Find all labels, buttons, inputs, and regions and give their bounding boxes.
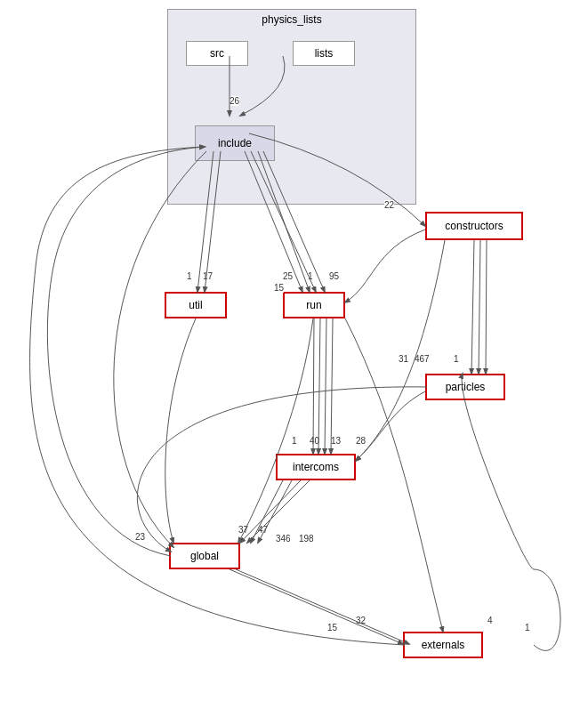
label-15b: 15 (327, 623, 337, 633)
svg-line-19 (236, 569, 409, 644)
label-40: 40 (310, 436, 319, 446)
label-467: 467 (415, 354, 430, 364)
label-1d: 1 (292, 436, 297, 446)
svg-line-16 (240, 480, 301, 543)
physics-lists-group: physics_lists src lists include (167, 9, 416, 205)
src-node[interactable]: src (186, 41, 248, 66)
intercoms-node[interactable]: intercoms (276, 454, 356, 480)
svg-line-11 (318, 318, 320, 454)
label-37: 37 (238, 525, 248, 535)
label-198: 198 (299, 534, 314, 544)
label-22: 22 (384, 200, 394, 210)
label-1c: 1 (454, 354, 459, 364)
util-node[interactable]: util (165, 292, 227, 318)
label-32: 32 (356, 616, 366, 625)
label-95: 95 (329, 271, 339, 281)
label-47: 47 (258, 525, 268, 535)
constructors-node[interactable]: constructors (425, 212, 523, 240)
global-node[interactable]: global (169, 543, 240, 569)
label-1b: 1 (308, 271, 313, 281)
run-node[interactable]: run (283, 292, 345, 318)
label-31: 31 (399, 354, 408, 364)
label-15: 15 (274, 283, 284, 293)
svg-line-10 (313, 318, 314, 454)
label-26: 26 (230, 96, 239, 106)
svg-line-12 (325, 318, 326, 454)
label-13: 13 (331, 436, 341, 446)
svg-line-9 (486, 240, 487, 374)
include-node[interactable]: include (195, 125, 275, 161)
svg-line-18 (230, 569, 403, 644)
svg-line-13 (331, 318, 333, 454)
particles-node[interactable]: particles (425, 374, 505, 400)
label-4: 4 (487, 616, 493, 625)
label-1e: 1 (525, 623, 530, 633)
label-1a: 1 (187, 271, 192, 281)
svg-line-7 (471, 240, 474, 374)
physics-lists-title: physics_lists (168, 10, 415, 29)
label-28: 28 (356, 436, 366, 446)
externals-node[interactable]: externals (403, 632, 483, 658)
lists-node[interactable]: lists (293, 41, 355, 66)
label-17: 17 (203, 271, 213, 281)
label-23: 23 (135, 532, 145, 542)
label-25: 25 (283, 271, 293, 281)
svg-line-8 (479, 240, 480, 374)
label-346: 346 (276, 534, 291, 544)
diagram-container: physics_lists src lists include construc… (0, 0, 588, 701)
